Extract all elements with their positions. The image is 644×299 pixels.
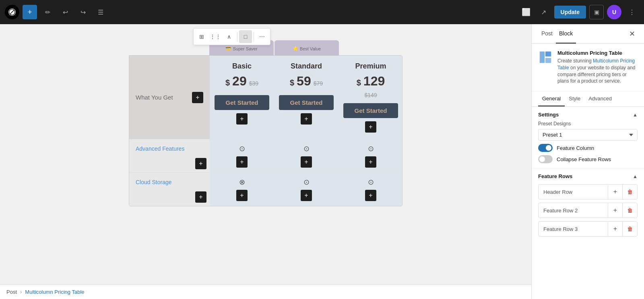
premium-advanced-cell: ⊙ + <box>339 139 402 172</box>
premium-col-header: Premium $ 129 $149 Get Started + <box>339 56 402 139</box>
add-cloud-storage-button[interactable]: + <box>195 191 206 203</box>
standard-cloud-cell: ⊙ + <box>274 172 339 206</box>
advanced-features-cell: Advanced Features + <box>129 139 210 172</box>
block-icon <box>538 50 553 64</box>
add-premium-cloud-button[interactable]: + <box>365 190 376 201</box>
add-standard-adv-button[interactable]: + <box>301 156 312 168</box>
layout-button[interactable]: □ <box>239 30 252 43</box>
settings-section: Settings ▲ Preset Designs Preset 1 Prese… <box>532 107 644 168</box>
add-basic-cloud-button[interactable]: + <box>236 190 248 201</box>
preset-designs-label: Preset Designs <box>538 121 638 127</box>
add-basic-col-button[interactable]: + <box>236 113 248 125</box>
add-advanced-features-button[interactable]: + <box>195 158 206 169</box>
svg-rect-1 <box>540 52 545 63</box>
more-options-button[interactable]: ⋮ <box>625 5 639 19</box>
add-standard-cloud-button[interactable]: + <box>301 190 312 201</box>
block-info-title: Multicolumn Pricing Table <box>557 50 638 56</box>
add-premium-col-button[interactable]: + <box>365 121 376 133</box>
feature-row-3: Feature Row 3 + 🗑 <box>538 221 638 237</box>
svg-rect-3 <box>545 58 551 63</box>
panel-subtabs: General Style Advanced <box>532 91 644 107</box>
move-up-button[interactable]: ∧ <box>223 30 235 43</box>
avatar[interactable]: U <box>607 5 621 19</box>
panel-close-button[interactable]: ✕ <box>626 28 638 39</box>
add-basic-adv-button[interactable]: + <box>236 156 248 168</box>
update-button[interactable]: Update <box>554 6 586 19</box>
panel-header: Post Block ✕ <box>532 24 644 44</box>
block-info: Multicolumn Pricing Table Create stunnin… <box>532 44 644 91</box>
block-toolbar: ⊞ ⋮⋮ ∧ □ ⋯ <box>193 28 270 45</box>
feature-row-header-del-button[interactable]: 🗑 <box>623 185 637 199</box>
preset-designs-select[interactable]: Preset 1 Preset 2 Preset 3 <box>538 129 638 141</box>
add-feature-col-button[interactable]: + <box>192 92 203 103</box>
standard-price-row: $ 59 $79 <box>279 74 334 89</box>
subtab-style[interactable]: Style <box>565 91 584 106</box>
standard-cta-button[interactable]: Get Started <box>279 95 334 110</box>
canvas: 💳 Super Saver ⭐ Best Value <box>0 24 531 284</box>
feature-rows-collapse-icon: ▲ <box>633 174 638 179</box>
feature-row-2: Feature Row 2 + 🗑 <box>538 203 638 218</box>
standard-advanced-cell: ⊙ + <box>274 139 339 172</box>
feature-rows-section: Feature Rows ▲ Header Row + 🗑 Feature Ro… <box>532 168 644 245</box>
cloud-storage-cell: Cloud Storage + <box>129 172 210 206</box>
breadcrumb-post[interactable]: Post <box>6 289 17 295</box>
subtab-general[interactable]: General <box>538 91 565 106</box>
premium-cta-button[interactable]: Get Started <box>343 103 398 118</box>
basic-col-header: Basic $ 29 $39 Get Started + <box>210 56 274 139</box>
feature-row-2-add-button[interactable]: + <box>608 203 623 218</box>
block-info-text: Multicolumn Pricing Table Create stunnin… <box>557 50 638 85</box>
breadcrumb-current[interactable]: Multicolumn Pricing Table <box>25 289 84 295</box>
add-premium-adv-button[interactable]: + <box>365 156 376 168</box>
add-block-button[interactable]: + <box>23 5 37 19</box>
toolbar-separator <box>237 32 237 42</box>
best-value-header: ⭐ Best Value <box>275 40 339 56</box>
feature-row-3-del-button[interactable]: 🗑 <box>623 222 637 236</box>
toolbar-separator-2 <box>254 32 254 42</box>
tab-post[interactable]: Post <box>538 24 556 44</box>
block-type-button[interactable]: ⊞ <box>195 30 208 43</box>
block-info-desc: Create stunning Multicolumn Pricing Tabl… <box>557 58 638 85</box>
breadcrumb-separator: › <box>20 289 22 295</box>
wp-logo[interactable] <box>5 5 19 19</box>
feature-row-header-add-button[interactable]: + <box>608 185 623 199</box>
collapse-feature-rows-toggle[interactable] <box>538 155 553 163</box>
preview-external-button[interactable]: ↗ <box>537 5 551 19</box>
drag-handle-button[interactable]: ⋮⋮ <box>209 30 222 43</box>
basic-cloud-cell: ⊗ + <box>210 172 274 206</box>
settings-toggle-button[interactable]: ▣ <box>589 5 604 19</box>
basic-cta-button[interactable]: Get Started <box>215 95 269 110</box>
right-panel: Post Block ✕ Multicolumn Pricing Table C… <box>531 24 644 299</box>
settings-section-header[interactable]: Settings ▲ <box>538 112 638 118</box>
feature-col-header: What You Get + <box>129 56 210 139</box>
collapse-feature-rows-toggle-row: Collapse Feature Rows <box>538 155 638 163</box>
bottom-bar: Post › Multicolumn Pricing Table <box>0 284 531 299</box>
standard-col-header: Standard $ 59 $79 Get Started + <box>274 56 339 139</box>
tab-block[interactable]: Block <box>556 24 576 44</box>
premium-price-row: $ 129 <box>343 74 398 89</box>
panel-body: Multicolumn Pricing Table Create stunnin… <box>532 44 644 299</box>
feature-rows-header[interactable]: Feature Rows ▲ <box>538 173 638 179</box>
main-layout: ⊞ ⋮⋮ ∧ □ ⋯ 💳 Super Saver <box>0 24 644 299</box>
undo-button[interactable]: ↩ <box>58 5 72 19</box>
basic-advanced-cell: ⊙ + <box>210 139 274 172</box>
svg-rect-2 <box>545 52 551 56</box>
list-view-button[interactable]: ☰ <box>93 5 108 19</box>
basic-price-row: $ 29 $39 <box>215 74 269 89</box>
redo-button[interactable]: ↪ <box>76 5 90 19</box>
feature-row-2-del-button[interactable]: 🗑 <box>623 203 637 218</box>
topbar: + ✏ ↩ ↪ ☰ ⬜ ↗ Update ▣ U ⋮ <box>0 0 644 24</box>
feature-row-3-add-button[interactable]: + <box>608 222 623 236</box>
tools-button[interactable]: ✏ <box>40 5 55 19</box>
feature-column-toggle-row: Feature Column <box>538 144 638 152</box>
pricing-table: What You Get + Basic $ 29 $39 Get Starte… <box>129 55 402 206</box>
subtab-advanced[interactable]: Advanced <box>584 91 616 106</box>
editor-area: ⊞ ⋮⋮ ∧ □ ⋯ 💳 Super Saver <box>0 24 531 299</box>
premium-cloud-cell: ⊙ + <box>339 172 402 206</box>
more-toolbar-button[interactable]: ⋯ <box>256 30 268 43</box>
feature-row-header: Header Row + 🗑 <box>538 184 638 199</box>
feature-column-toggle[interactable] <box>538 144 553 152</box>
settings-collapse-icon: ▲ <box>633 112 638 118</box>
preview-desktop-button[interactable]: ⬜ <box>519 5 533 19</box>
add-standard-col-button[interactable]: + <box>301 113 312 125</box>
